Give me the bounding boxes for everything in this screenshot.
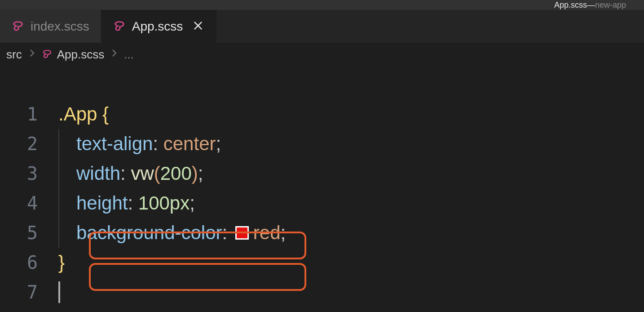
close-icon[interactable]	[192, 19, 204, 34]
code-line: 3 width: vw(200);	[0, 159, 644, 188]
tab-app-scss[interactable]: App.scss	[101, 10, 217, 43]
property: width	[76, 163, 120, 184]
tab-index-scss[interactable]: index.scss	[0, 10, 101, 43]
code-line: 6 }	[0, 248, 644, 277]
line-number: 6	[0, 252, 58, 273]
scss-icon	[113, 20, 126, 33]
line-number: 4	[0, 193, 58, 214]
title-file: App.scss	[554, 0, 587, 10]
line-number: 3	[0, 163, 58, 184]
text-cursor	[58, 281, 60, 303]
value: red	[253, 222, 281, 244]
line-number: 7	[0, 282, 58, 303]
indent-guide	[58, 159, 59, 188]
code-line: 7	[0, 277, 644, 307]
breadcrumb[interactable]: src App.scss ...	[0, 43, 644, 66]
indent-guide	[58, 218, 59, 248]
code-line: 1 .App {	[0, 99, 644, 129]
code-line: 4 height: 100px;	[0, 188, 644, 218]
indent-guide	[58, 129, 59, 159]
chevron-right-icon	[26, 48, 37, 62]
unit: px	[170, 192, 190, 214]
code-line: 5 background-color: red;	[0, 218, 644, 248]
number: 100	[138, 192, 170, 214]
line-number: 2	[0, 134, 58, 154]
title-sep: —	[587, 0, 595, 10]
breadcrumb-root[interactable]: src	[6, 48, 22, 62]
scss-icon	[42, 49, 53, 60]
tab-bar: index.scss App.scss	[0, 10, 644, 43]
value: center	[163, 133, 216, 155]
line-number: 5	[0, 223, 58, 243]
selector: .App	[58, 103, 97, 125]
line-number: 1	[0, 104, 58, 125]
scss-icon	[12, 20, 24, 33]
tab-label: App.scss	[132, 19, 183, 34]
property: background-color	[76, 222, 222, 244]
function: vw	[131, 163, 154, 184]
tab-label: index.scss	[31, 19, 89, 34]
number: 200	[160, 163, 192, 184]
property: height	[76, 192, 128, 214]
chevron-right-icon	[109, 48, 119, 62]
title-project: new-app	[595, 0, 626, 10]
breadcrumb-symbol[interactable]: ...	[124, 48, 134, 62]
indent-guide	[58, 188, 59, 218]
breadcrumb-file[interactable]: App.scss	[57, 48, 105, 62]
property: text-align	[76, 133, 153, 155]
code-line: 2 text-align: center;	[0, 129, 644, 159]
code-editor[interactable]: 1 .App { 2 text-align: center; 3 width: …	[0, 66, 644, 307]
title-bar: App.scss — new-app	[0, 0, 644, 10]
color-swatch-icon[interactable]	[235, 226, 249, 240]
